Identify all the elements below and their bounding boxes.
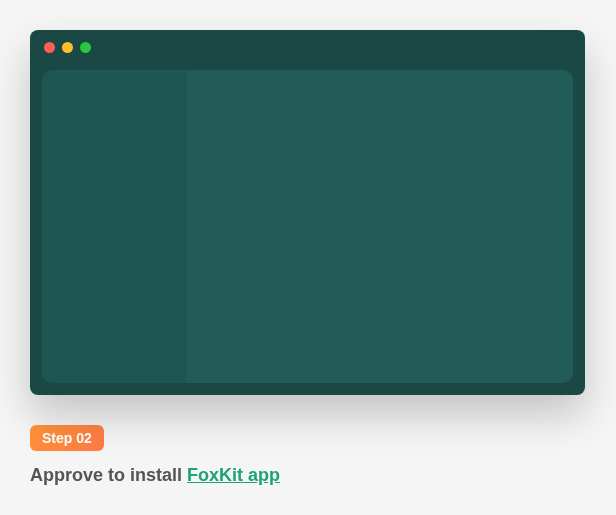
foxkit-app-link[interactable]: FoxKit app — [187, 465, 280, 485]
close-icon[interactable] — [44, 42, 55, 53]
step-info: Step 02 Approve to install FoxKit app — [30, 425, 586, 486]
window-controls — [30, 30, 585, 65]
window-content — [42, 70, 573, 383]
step-description: Approve to install FoxKit app — [30, 465, 586, 486]
maximize-icon[interactable] — [80, 42, 91, 53]
main-panel — [187, 70, 573, 383]
minimize-icon[interactable] — [62, 42, 73, 53]
description-text: Approve to install — [30, 465, 187, 485]
step-badge: Step 02 — [30, 425, 104, 451]
sidebar-panel — [42, 70, 187, 383]
app-window-mockup — [30, 30, 585, 395]
